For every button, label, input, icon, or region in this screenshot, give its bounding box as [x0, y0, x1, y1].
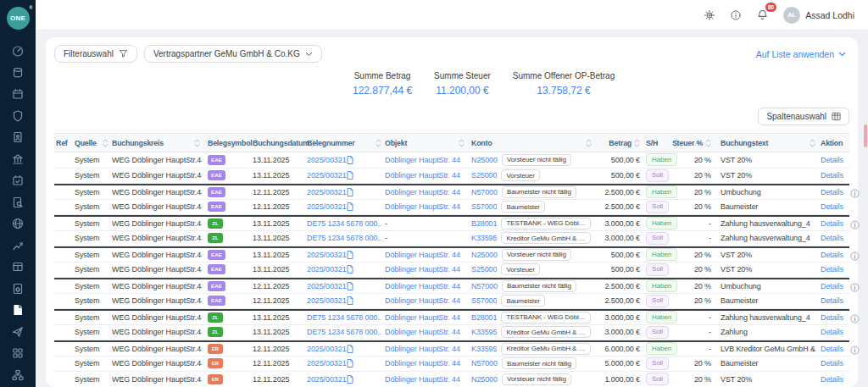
belegnummer-link[interactable]: 2025/00321 [307, 282, 347, 290]
details-link[interactable]: Details [821, 375, 843, 384]
bookings-icon[interactable] [7, 303, 29, 317]
objekt-link[interactable]: Döblinger HauptStr. 44 [385, 313, 460, 322]
objekt-link[interactable]: Döblinger HauptStr. 44 [385, 296, 460, 305]
row-info-icon[interactable] [850, 343, 860, 352]
konto-code-link[interactable]: S57000 [471, 202, 497, 211]
filter-select-button[interactable]: Filterauswahl [54, 45, 137, 63]
user-menu[interactable]: AL Assad Lodhi [783, 7, 854, 24]
col-header-buchungskreis[interactable]: Buchungskreis [110, 139, 202, 147]
document-icon[interactable] [347, 156, 353, 164]
apply-to-list-link[interactable]: Auf Liste anwenden [756, 49, 846, 59]
column-select-button[interactable]: Spaltenauswahl [758, 108, 849, 125]
document-icon[interactable] [347, 296, 353, 305]
document-icon[interactable] [347, 375, 353, 384]
contracts-icon[interactable] [7, 66, 29, 80]
objekt-link[interactable]: Döblinger HauptStr. 44 [385, 265, 460, 274]
settings-gear-icon[interactable] [704, 9, 715, 21]
col-header-objekt[interactable]: Objekt [383, 139, 466, 147]
row-info-icon[interactable] [850, 186, 860, 196]
details-link[interactable]: Details [821, 188, 843, 196]
document-icon[interactable] [347, 202, 353, 211]
bank-icon[interactable] [7, 152, 29, 166]
objekt-link[interactable]: Döblinger HauptStr. 44 [385, 156, 460, 164]
col-header-betrag[interactable]: Betrag [593, 139, 643, 147]
app-logo[interactable]: ONE ® [0, 0, 36, 36]
document-icon[interactable] [347, 265, 353, 274]
konto-code-link[interactable]: N57000 [471, 359, 498, 368]
konto-code-link[interactable]: N25000 [471, 251, 498, 259]
objekt-link[interactable]: Döblinger HauptStr. 44 [385, 375, 460, 384]
document-search-icon[interactable] [7, 196, 29, 209]
scrollbar-thumb[interactable] [864, 124, 867, 147]
help-info-icon[interactable] [730, 9, 742, 21]
col-header-belegsymbol[interactable]: Belegsymbol [202, 139, 236, 147]
reports-icon[interactable] [7, 239, 29, 252]
details-link[interactable]: Details [821, 328, 843, 336]
objekt-link[interactable]: Döblinger HauptStr. 44 [385, 359, 460, 368]
konto-code-link[interactable]: K33595 [471, 328, 497, 336]
details-link[interactable]: Details [821, 156, 843, 164]
col-header-buchungstext[interactable]: Buchungstext [717, 139, 817, 147]
row-info-icon[interactable] [850, 249, 860, 258]
shield-icon[interactable] [7, 109, 29, 123]
globe-icon[interactable] [7, 217, 29, 230]
row-info-icon[interactable] [850, 218, 860, 227]
row-info-icon[interactable] [850, 280, 860, 290]
belegnummer-link[interactable]: 2025/00321 [307, 375, 347, 384]
tenant-file-icon[interactable] [7, 130, 29, 144]
belegnummer-link[interactable]: 2025/00321 [307, 265, 347, 274]
belegnummer-link[interactable]: 2025/00321 [307, 188, 347, 196]
sort-icon[interactable] [376, 139, 381, 147]
accounts-table-icon[interactable] [7, 260, 29, 274]
objekt-link[interactable]: Döblinger HauptStr. 44 [385, 345, 460, 353]
objekt-link[interactable]: Döblinger HauptStr. 44 [385, 251, 460, 259]
details-link[interactable]: Details [821, 234, 843, 242]
col-header-belegnummer[interactable]: Belegnummer [298, 139, 383, 147]
document-icon[interactable] [347, 251, 353, 259]
objekt-link[interactable]: Döblinger HauptStr. 44 [385, 171, 460, 180]
objekt-link[interactable]: Döblinger HauptStr. 44 [385, 202, 460, 211]
sort-icon[interactable] [705, 139, 711, 147]
details-link[interactable]: Details [821, 265, 843, 274]
konto-code-link[interactable]: N57000 [471, 188, 498, 196]
details-link[interactable]: Details [821, 219, 843, 228]
konto-code-link[interactable]: S25000 [471, 265, 497, 274]
notifications-bell-icon[interactable]: 80 [756, 8, 769, 21]
sort-icon[interactable] [103, 139, 108, 147]
objekt-link[interactable]: Döblinger HauptStr. 44 [385, 188, 460, 196]
sort-icon[interactable] [634, 139, 640, 147]
belegnummer-link[interactable]: DE75 1234 5678 000... [307, 313, 381, 322]
konto-code-link[interactable]: N25000 [471, 375, 498, 384]
konto-code-link[interactable]: S57000 [471, 296, 497, 305]
belegnummer-link[interactable]: 2025/00321 [307, 251, 347, 259]
document-icon[interactable] [347, 188, 353, 196]
konto-code-link[interactable]: N57000 [471, 282, 498, 290]
details-link[interactable]: Details [821, 282, 843, 290]
objekt-link[interactable]: Döblinger HauptStr. 44 [385, 282, 460, 290]
details-link[interactable]: Details [821, 171, 843, 180]
details-link[interactable]: Details [821, 359, 843, 368]
belegnummer-link[interactable]: 2025/00321 [307, 359, 347, 368]
dashboard-icon[interactable] [7, 44, 29, 58]
sort-icon[interactable] [194, 139, 200, 147]
belegnummer-link[interactable]: 2025/00321 [307, 171, 347, 180]
konto-code-link[interactable]: K33595 [471, 345, 497, 353]
belegnummer-link[interactable]: 2025/00321 [307, 156, 347, 164]
konto-code-link[interactable]: S25000 [471, 171, 497, 180]
konto-code-link[interactable]: N25000 [471, 156, 498, 164]
objekt-link[interactable]: Döblinger HauptStr. 44 [385, 328, 460, 336]
belegnummer-link[interactable]: DE75 1234 5678 000... [307, 234, 381, 242]
belegnummer-link[interactable]: DE75 1234 5678 000... [307, 328, 381, 336]
sort-icon[interactable] [586, 139, 592, 147]
active-filter-chip[interactable]: Vertragspartner GeMu GmbH & Co.KG [144, 45, 322, 63]
belegnummer-link[interactable]: 2025/00321 [307, 202, 347, 211]
document-icon[interactable] [347, 345, 353, 353]
org-chart-icon[interactable] [7, 368, 29, 382]
document-settings-icon[interactable] [7, 282, 29, 296]
konto-code-link[interactable]: K33595 [471, 234, 497, 242]
document-icon[interactable] [347, 171, 353, 180]
belegnummer-link[interactable]: 2025/00321 [307, 296, 347, 305]
col-header-konto[interactable]: Konto [466, 139, 593, 147]
row-info-icon[interactable] [850, 312, 860, 321]
details-link[interactable]: Details [821, 313, 843, 322]
